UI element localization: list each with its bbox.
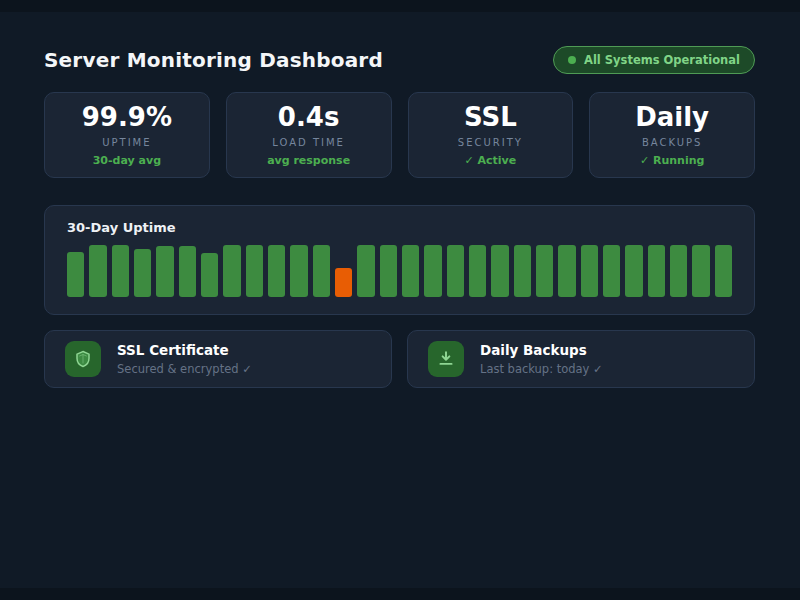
uptime-bar (246, 245, 263, 297)
uptime-bar (179, 246, 196, 297)
uptime-chart-title: 30-Day Uptime (67, 220, 176, 235)
stat-card-backups: Daily BACKUPS ✓ Running (589, 92, 755, 178)
uptime-bar (402, 245, 419, 297)
stat-label: LOAD TIME (272, 137, 345, 148)
uptime-bar (134, 249, 151, 297)
uptime-bars (67, 245, 732, 297)
uptime-bar (536, 245, 553, 297)
info-card-ssl-certificate: SSL Certificate Secured & encrypted ✓ (44, 330, 392, 388)
uptime-bar (447, 245, 464, 297)
uptime-bar (380, 245, 397, 297)
stat-value: Daily (635, 104, 709, 130)
uptime-bar (89, 245, 106, 297)
stat-card-uptime: 99.9% UPTIME 30-day avg (44, 92, 210, 178)
stat-sub: avg response (267, 154, 350, 167)
stat-sub: ✓ Running (640, 154, 705, 167)
uptime-bar (268, 245, 285, 297)
uptime-bar (692, 245, 709, 297)
uptime-bar (625, 245, 642, 297)
status-badge[interactable]: All Systems Operational (553, 46, 755, 74)
uptime-bar (335, 268, 352, 297)
page-title: Server Monitoring Dashboard (44, 48, 383, 72)
stat-label: BACKUPS (642, 137, 703, 148)
uptime-bar (223, 245, 240, 297)
stat-label: UPTIME (102, 137, 151, 148)
header: Server Monitoring Dashboard All Systems … (44, 40, 755, 80)
uptime-bar (581, 245, 598, 297)
uptime-bar (67, 252, 84, 297)
info-cards-row: SSL Certificate Secured & encrypted ✓ Da… (44, 330, 755, 388)
uptime-chart-panel: 30-Day Uptime (44, 205, 755, 315)
info-text: SSL Certificate Secured & encrypted ✓ (117, 342, 252, 376)
uptime-bar (558, 245, 575, 297)
uptime-bar (112, 245, 129, 297)
uptime-bar (670, 245, 687, 297)
stat-value: 0.4s (278, 104, 340, 130)
stat-sub: 30-day avg (93, 154, 161, 167)
uptime-bar (514, 245, 531, 297)
uptime-bar (424, 245, 441, 297)
status-dot-icon (568, 56, 576, 64)
info-card-title: SSL Certificate (117, 342, 252, 358)
info-text: Daily Backups Last backup: today ✓ (480, 342, 603, 376)
uptime-bar (648, 245, 665, 297)
info-card-subtitle: Secured & encrypted ✓ (117, 362, 252, 376)
uptime-bar (715, 245, 732, 297)
stat-card-ssl: SSL SECURITY ✓ Active (408, 92, 574, 178)
stats-row: 99.9% UPTIME 30-day avg 0.4s LOAD TIME a… (44, 92, 755, 178)
uptime-bar (156, 246, 173, 297)
stat-value: SSL (464, 104, 517, 130)
dashboard-page: Server Monitoring Dashboard All Systems … (0, 12, 800, 588)
stat-sub: ✓ Active (465, 154, 517, 167)
uptime-bar (603, 245, 620, 297)
uptime-bar (313, 245, 330, 297)
uptime-bar (201, 253, 218, 297)
shield-icon (65, 341, 101, 377)
info-card-subtitle: Last backup: today ✓ (480, 362, 603, 376)
stat-card-load-time: 0.4s LOAD TIME avg response (226, 92, 392, 178)
uptime-bar (357, 245, 374, 297)
info-card-title: Daily Backups (480, 342, 603, 358)
download-icon (428, 341, 464, 377)
uptime-bar (290, 245, 307, 297)
info-card-daily-backups: Daily Backups Last backup: today ✓ (407, 330, 755, 388)
uptime-bar (469, 245, 486, 297)
stat-value: 99.9% (82, 104, 172, 130)
status-badge-label: All Systems Operational (584, 53, 740, 67)
uptime-bar (491, 245, 508, 297)
stat-label: SECURITY (458, 137, 523, 148)
